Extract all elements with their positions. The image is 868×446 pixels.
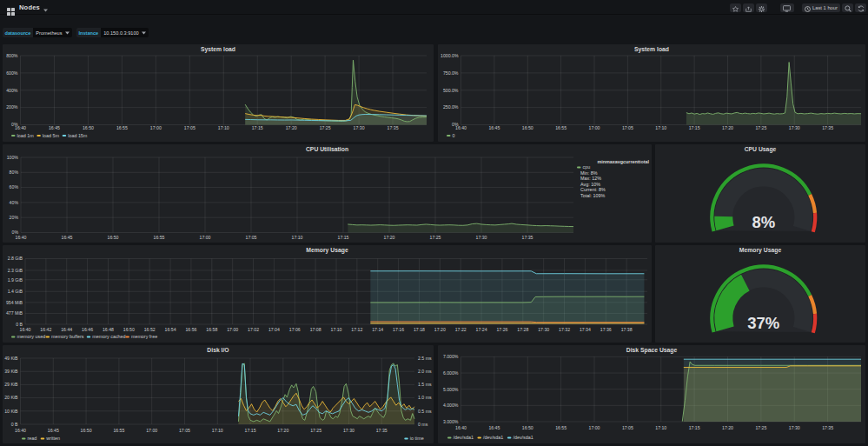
series-fill bbox=[686, 63, 861, 125]
graph-system-load-left[interactable]: 16:4016:4516:5016:5517:0017:0517:1017:15… bbox=[3, 44, 434, 142]
gauge-value-arc bbox=[724, 216, 726, 228]
x-axis-label: 16:48 bbox=[103, 327, 114, 332]
legend-item[interactable]: load 15m bbox=[63, 133, 88, 138]
series-line bbox=[686, 63, 861, 115]
x-axis-label: 17:20 bbox=[434, 327, 446, 332]
legend-label: memory used bbox=[17, 334, 46, 339]
variable-datasource-value: Prometheus bbox=[36, 30, 62, 36]
gauge-memory-usage-gauge: 37% bbox=[655, 245, 865, 343]
graph-memory-usage-graph[interactable]: 16:4016:4216:4416:4616:4816:5016:5216:54… bbox=[3, 245, 652, 343]
legend-swatch bbox=[447, 437, 452, 439]
series-fill bbox=[370, 271, 644, 324]
x-axis-label: 16:54 bbox=[165, 327, 176, 332]
legend-item[interactable]: load 5m bbox=[36, 133, 59, 138]
legend-item[interactable]: load 1m bbox=[11, 133, 34, 138]
x-axis-label: 17:04 bbox=[268, 327, 280, 332]
x-axis-label: 16:50 bbox=[81, 428, 92, 433]
legend-swatch bbox=[507, 437, 512, 439]
x-axis-label: 17:35 bbox=[522, 235, 533, 240]
x-axis-label: 17:30 bbox=[343, 428, 354, 433]
x-axis-label: 16:44 bbox=[61, 327, 72, 332]
graph-system-load-right[interactable]: 16:4016:4516:5016:5517:0017:0517:1017:15… bbox=[438, 44, 865, 142]
x-axis-label: 17:35 bbox=[822, 125, 833, 130]
panel-disk-io: Disk I/O 16:4016:4516:5016:5517:0017:051… bbox=[3, 345, 434, 443]
y-axis-label: 2.8 GiB bbox=[8, 256, 23, 261]
y-axis-label: 750.0% bbox=[443, 70, 459, 76]
x-axis-label: 17:30 bbox=[789, 425, 800, 430]
x-axis-label: 17:05 bbox=[622, 125, 633, 130]
y-axis-label: 2.3 GiB bbox=[8, 268, 23, 273]
chevron-down-icon bbox=[43, 0, 48, 16]
legend-item[interactable]: cpu bbox=[577, 164, 590, 170]
x-axis-label: 17:34 bbox=[580, 327, 591, 332]
x-axis-label: 17:30 bbox=[476, 235, 487, 240]
legend-item[interactable]: memory buffers bbox=[46, 334, 84, 339]
graph-cpu-utilisation[interactable]: 16:4016:4516:5016:5517:0017:0517:1017:15… bbox=[3, 144, 652, 243]
x-axis-label: 17:06 bbox=[289, 327, 301, 332]
gear-icon bbox=[759, 0, 765, 16]
x-axis-label: 17:32 bbox=[559, 327, 570, 332]
legend-header: minmaxavgcurrenttotal bbox=[597, 159, 649, 164]
x-axis-label: 17:20 bbox=[277, 428, 288, 433]
y-axis-label: 477 MiB bbox=[6, 310, 23, 316]
monitor-icon bbox=[783, 0, 791, 16]
panel-cpu-utilisation: CPU Utilisation 16:4016:4516:5016:5517:0… bbox=[3, 144, 652, 243]
gauge-value-text: 37% bbox=[747, 314, 779, 332]
y-axis-label: 0 B bbox=[11, 422, 18, 427]
variable-datasource-select[interactable]: Prometheus bbox=[33, 28, 72, 37]
legend-item[interactable]: /dev/sda1 bbox=[447, 435, 474, 440]
settings-button[interactable] bbox=[756, 3, 767, 12]
x-axis-label: 17:14 bbox=[372, 327, 383, 332]
x-axis-label: 17:12 bbox=[351, 327, 362, 332]
cycle-view-button[interactable] bbox=[780, 3, 794, 12]
legend-item[interactable]: /dev/sda1 bbox=[477, 435, 503, 440]
legend-item[interactable]: written bbox=[41, 436, 60, 441]
variable-instance-value: 10.150.0.3:9100 bbox=[103, 30, 138, 36]
x-axis-label: 17:15 bbox=[252, 125, 263, 130]
legend-stat: Current: 8% bbox=[580, 187, 606, 192]
legend-label: written bbox=[45, 436, 60, 441]
dashboard-title[interactable]: Nodes bbox=[19, 3, 40, 11]
x-axis-label: 17:38 bbox=[621, 327, 633, 332]
panel-memory-usage-gauge: Memory Usage 37% bbox=[655, 245, 865, 343]
y-axis-label: 400% bbox=[6, 88, 18, 93]
time-range-button[interactable]: Last 1 hour bbox=[802, 3, 840, 12]
legend-item[interactable]: io time bbox=[404, 436, 423, 441]
legend-item[interactable]: memory used bbox=[11, 334, 45, 339]
x-axis-label: 16:50 bbox=[522, 425, 533, 430]
y-axis-label: 60% bbox=[10, 184, 19, 190]
x-axis-label: 17:24 bbox=[476, 327, 487, 332]
y-axis-label: 5.000% bbox=[443, 387, 459, 392]
y-axis-label: 500.0% bbox=[443, 88, 459, 93]
variable-datasource-label: datasource bbox=[3, 28, 33, 37]
x-axis-label: 16:50 bbox=[522, 125, 533, 130]
x-axis-label: 17:25 bbox=[755, 425, 766, 430]
y-axis-label: 1.9 GiB bbox=[8, 277, 23, 283]
y-axis-label-right: 1.5 ms bbox=[418, 382, 432, 387]
x-axis-label: 17:10 bbox=[331, 327, 342, 332]
legend-stat: Max: 12% bbox=[580, 176, 601, 181]
legend-item[interactable]: 0 bbox=[447, 133, 455, 138]
x-axis-label: 16:45 bbox=[49, 125, 60, 130]
legend-item[interactable]: memory cached bbox=[87, 334, 126, 339]
y-axis-label: 20 KiB bbox=[4, 395, 18, 400]
legend-item[interactable]: read bbox=[22, 436, 36, 441]
x-axis-label: 17:22 bbox=[455, 327, 467, 332]
star-button[interactable] bbox=[730, 3, 741, 12]
legend-label: load 1m bbox=[17, 133, 35, 138]
legend-item[interactable]: memory free bbox=[125, 334, 157, 339]
variable-instance-select[interactable]: 10.150.0.3:9100 bbox=[101, 28, 149, 37]
zoom-out-button[interactable] bbox=[842, 3, 853, 12]
graph-disk-io[interactable]: 16:4016:4516:5016:5517:0017:0517:1017:15… bbox=[3, 345, 434, 443]
x-axis-label: 17:05 bbox=[184, 125, 195, 130]
graph-disk-space-usage[interactable]: 16:4016:4516:5016:5517:0017:0517:1017:15… bbox=[438, 345, 865, 443]
share-button[interactable] bbox=[743, 3, 754, 12]
x-axis-label: 17:10 bbox=[212, 428, 223, 433]
refresh-button[interactable] bbox=[855, 3, 866, 12]
x-axis-label: 17:30 bbox=[789, 125, 800, 130]
x-axis-label: 16:50 bbox=[108, 235, 119, 240]
x-axis-label: 17:10 bbox=[655, 425, 666, 430]
x-axis-label: 17:00 bbox=[589, 425, 600, 430]
dashboard-breadcrumb[interactable]: Nodes bbox=[7, 0, 48, 15]
legend-item[interactable]: /dev/sda1 bbox=[507, 435, 533, 440]
